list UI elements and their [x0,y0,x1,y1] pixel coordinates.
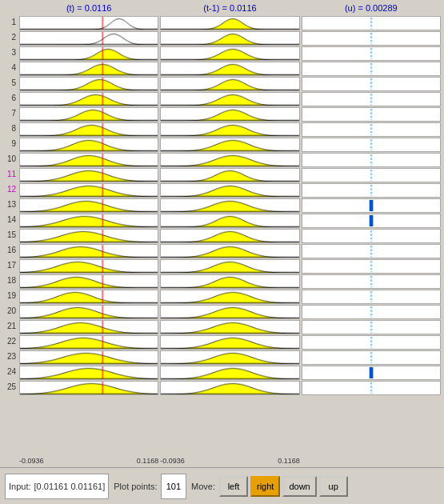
col1-axis-left: -0.0936 [19,457,44,466]
chart-row-14 [302,214,441,228]
chart-canvas-3 [20,47,158,60]
chart-row-18 [160,274,299,289]
chart-canvas-7 [20,108,158,121]
chart-row-6 [302,92,441,106]
chart-canvas-20 [302,306,440,318]
down-button[interactable]: down [282,476,316,497]
column-2: (t-1) = 0.0116 -0.0936 0.1168 [160,3,299,467]
chart-canvas-9 [161,138,298,151]
chart-canvas-24 [302,366,440,379]
row-label-16: 16 [3,242,18,257]
chart-canvas-11 [161,169,298,182]
chart-canvas-19 [302,290,440,303]
chart-canvas-20 [20,306,158,318]
chart-row-21 [19,320,158,334]
row-label-21: 21 [3,318,18,333]
chart-row-11 [160,168,299,182]
chart-canvas-19 [20,290,158,303]
chart-row-7 [160,107,299,122]
col3-axis [302,456,441,467]
chart-canvas-13 [161,199,298,212]
chart-canvas-10 [20,154,158,166]
chart-row-9 [302,138,441,152]
col3-header: (u) = 0.00289 [302,3,441,14]
chart-row-18 [302,274,441,289]
chart-canvas-6 [161,93,298,106]
chart-canvas-22 [20,336,158,349]
chart-canvas-21 [302,321,440,334]
chart-row-25 [19,381,158,395]
row-label-5: 5 [3,75,18,90]
chart-row-13 [19,198,158,213]
up-button[interactable]: up [319,476,348,497]
chart-row-3 [302,46,441,61]
chart-row-3 [160,46,299,61]
chart-canvas-15 [20,230,158,242]
column-1: (t) = 0.0116 -0.0936 0.1168 [19,3,158,467]
row-label-17: 17 [3,258,18,272]
chart-row-16 [19,244,158,258]
chart-canvas-10 [302,154,440,166]
chart-row-5 [160,77,299,91]
chart-canvas-17 [302,260,440,273]
chart-row-11 [302,168,441,182]
chart-canvas-2 [302,32,440,45]
chart-canvas-3 [161,47,298,60]
chart-row-25 [302,381,441,395]
row-label-23: 23 [3,349,18,363]
chart-canvas-16 [20,245,158,258]
move-label: Move: [191,482,215,491]
chart-row-7 [302,107,441,122]
col1-rows [19,16,158,456]
chart-row-19 [19,290,158,304]
row-labels: 1234567891011121314151617181920212223242… [3,3,18,467]
row-label-15: 15 [3,227,18,242]
left-button[interactable]: left [219,476,248,497]
chart-row-10 [19,153,158,167]
row-label-25: 25 [3,379,18,394]
chart-row-17 [160,259,299,274]
chart-canvas-17 [161,260,298,273]
chart-row-17 [19,259,158,274]
row-label-11: 11 [3,166,18,181]
chart-canvas-12 [20,184,158,197]
charts-wrapper: (t) = 0.0116 -0.0936 0.1168 (t-1) = 0.01… [19,3,441,467]
row-label-18: 18 [3,273,18,287]
right-button[interactable]: right [250,476,280,497]
chart-row-9 [160,138,299,152]
chart-canvas-4 [20,62,158,75]
chart-canvas-15 [161,230,298,242]
chart-canvas-4 [161,62,298,75]
chart-canvas-2 [161,32,298,45]
chart-canvas-17 [20,260,158,273]
plot-points-label: Plot points: [114,482,157,491]
col3-rows [302,16,441,456]
chart-row-5 [19,77,158,91]
chart-row-23 [160,350,299,365]
row-label-19: 19 [3,288,18,302]
chart-row-2 [160,31,299,46]
input-section: Input: [0.01161 0.01161] [5,474,109,499]
chart-canvas-24 [20,366,158,379]
bottom-bar: Input: [0.01161 0.01161] Plot points: 10… [0,467,444,504]
chart-canvas-22 [302,336,440,349]
chart-row-12 [19,183,158,198]
chart-row-13 [302,198,441,213]
chart-canvas-10 [161,154,298,166]
chart-row-14 [19,214,158,228]
chart-canvas-14 [302,214,440,227]
chart-canvas-12 [302,184,440,197]
chart-canvas-5 [161,78,298,90]
chart-canvas-24 [161,366,298,379]
chart-canvas-6 [302,93,440,106]
chart-canvas-7 [161,108,298,121]
chart-canvas-8 [302,123,440,136]
col1-axis: -0.0936 0.1168 [19,456,158,467]
chart-row-22 [19,335,158,350]
column-3: (u) = 0.00289 [302,3,441,467]
plot-points-section: Plot points: 101 [114,474,186,499]
chart-row-22 [302,335,441,350]
col2-axis-left: -0.0936 [160,457,185,466]
chart-canvas-1 [161,17,298,30]
chart-canvas-11 [20,169,158,182]
